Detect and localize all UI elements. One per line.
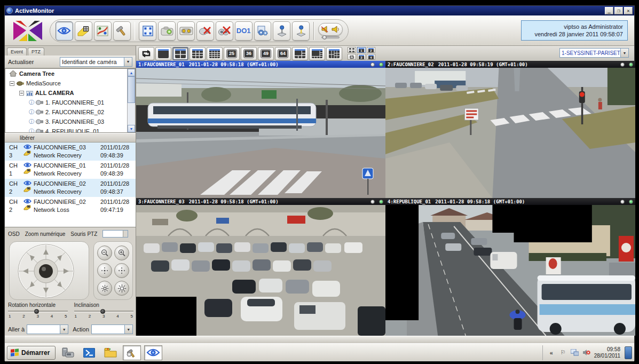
tab-ptz[interactable]: PTZ: [28, 48, 44, 56]
event-row[interactable]: CH3 FAUCONNIERE_03Network Recovery 2011/…: [5, 143, 136, 161]
release-button[interactable]: libérer: [5, 133, 136, 143]
camera-cell-1[interactable]: 1:FAUCONNIERE_01 2011-01-28 09:58:18 (GM…: [136, 61, 385, 198]
configuration-button[interactable]: [254, 21, 272, 41]
mouse-ptz-input[interactable]: [102, 230, 128, 238]
tray-clock[interactable]: 09:58 28/01/2011: [594, 346, 621, 359]
tree-allcamera[interactable]: ALL CAMERA: [5, 88, 135, 98]
scroll-up-icon[interactable]: ▲: [128, 69, 135, 76]
binocular-disconnect-button[interactable]: [216, 21, 233, 41]
taskbar-folder-icon[interactable]: [101, 345, 120, 360]
camera-3-video[interactable]: [136, 205, 385, 336]
iris-open-button[interactable]: [114, 281, 129, 296]
layout-8-button[interactable]: [309, 47, 325, 60]
taskbar-activemonitor-icon[interactable]: [144, 345, 162, 360]
tray-mute-icon[interactable]: [582, 349, 591, 357]
camera-1-titlebar[interactable]: 1:FAUCONNIERE_01 2011-01-28 09:58:18 (GM…: [136, 61, 385, 68]
page-3-button[interactable]: 3: [357, 54, 366, 60]
camera-2-titlebar[interactable]: 2:FAUCONNIERE_02 2011-01-28 09:58:19 (GM…: [385, 61, 635, 68]
camera-1-video[interactable]: [136, 68, 385, 198]
layout-6-button[interactable]: [292, 47, 308, 60]
focus-far-button[interactable]: [114, 263, 129, 278]
zoom-in-button[interactable]: [114, 246, 129, 260]
digital-zoom-button[interactable]: Zoom numérique: [25, 231, 66, 237]
layout-49-button[interactable]: 49: [258, 47, 274, 60]
event-row[interactable]: CH2 FAUCONNIERE_02Network Loss 2011/01/2…: [5, 197, 136, 215]
layout-25-button[interactable]: 25: [224, 47, 240, 60]
spinner-icon[interactable]: [123, 231, 128, 237]
minimize-button[interactable]: _: [605, 7, 613, 14]
tree-camera-4[interactable]: ⓘ 4. REPUBLIQUE_01: [5, 126, 135, 133]
setup-button[interactable]: [113, 21, 131, 41]
action-combo[interactable]: ▼: [91, 325, 133, 334]
layout-10-button[interactable]: [326, 47, 342, 60]
joystick-alt-button[interactable]: [292, 21, 310, 41]
chevron-down-icon[interactable]: ▼: [60, 325, 68, 334]
layout-16-button[interactable]: [207, 47, 223, 60]
taskbar-powershell-icon[interactable]: [80, 345, 98, 360]
ptz-center-knob[interactable]: [39, 264, 53, 278]
pan-slider[interactable]: [8, 309, 68, 313]
focus-near-button[interactable]: [97, 263, 112, 278]
fullscreen-button[interactable]: [139, 21, 156, 41]
tray-network-icon[interactable]: [571, 349, 579, 357]
zoom-out-button[interactable]: [97, 246, 112, 260]
camera-filter-combo[interactable]: Identifiant de caméra ▼: [60, 57, 132, 67]
event-row[interactable]: CH2 FAUCONNIERE_02Network Recovery 2011/…: [5, 179, 136, 197]
camera-cell-2[interactable]: 2:FAUCONNIERE_02 2011-01-28 09:58:19 (GM…: [385, 61, 635, 198]
show-desktop-button[interactable]: [625, 346, 632, 359]
start-button[interactable]: Démarrer: [7, 346, 56, 360]
taskbar-tools-icon[interactable]: [123, 345, 141, 360]
page-cycle-button[interactable]: [348, 54, 356, 60]
tilt-slider-thumb[interactable]: [100, 309, 105, 314]
camera-2-video[interactable]: [385, 68, 635, 198]
digital-output-button[interactable]: DO1: [235, 21, 253, 41]
eye-icon[interactable]: [23, 144, 31, 149]
volume-slider[interactable]: [321, 36, 340, 38]
tab-event[interactable]: Event: [7, 48, 27, 56]
eye-icon[interactable]: [23, 199, 31, 204]
chevron-down-icon[interactable]: ▼: [124, 325, 132, 334]
window-titlebar[interactable]: ActiveMonitor _ ❐ ✕: [5, 6, 634, 15]
camera-4-video[interactable]: [385, 205, 635, 336]
tree-root[interactable]: Camera Tree: [5, 69, 135, 78]
page-4-button[interactable]: 4: [367, 54, 375, 60]
audio-button[interactable]: [318, 23, 343, 36]
refresh-button[interactable]: Actualiser: [8, 59, 60, 65]
collapse-icon-2[interactable]: [19, 91, 24, 96]
pan-slider-thumb[interactable]: [34, 309, 39, 314]
scrollbar-thumb[interactable]: [128, 76, 135, 103]
joystick-button[interactable]: [273, 21, 290, 41]
goto-combo[interactable]: ▼: [27, 325, 68, 334]
tree-mediasource[interactable]: MediaSource: [5, 78, 135, 88]
page-2-button[interactable]: 2: [367, 47, 375, 53]
tree-camera-1[interactable]: ⓘ 1. FAUCONNIERE_01: [5, 98, 135, 107]
tree-scrollbar[interactable]: ▲ ▼: [127, 69, 135, 132]
taskbar-computer-icon[interactable]: [59, 345, 77, 360]
scroll-down-icon[interactable]: ▼: [128, 125, 135, 132]
layout-64-button[interactable]: 64: [275, 47, 291, 60]
event-playback-button[interactable]: [75, 21, 92, 41]
record-button[interactable]: [177, 21, 195, 41]
page-grid-button[interactable]: [348, 47, 356, 53]
iris-close-button[interactable]: [97, 281, 112, 296]
camera-cell-3[interactable]: 3:FAUCONNIERE_03 2011-01-28 09:58:18 (GM…: [136, 198, 385, 336]
osd-button[interactable]: OSD: [8, 231, 20, 237]
close-button[interactable]: ✕: [624, 7, 633, 14]
eye-icon[interactable]: [23, 180, 31, 186]
eye-icon[interactable]: [23, 162, 31, 168]
tray-expand-icon[interactable]: «: [547, 349, 556, 357]
tree-camera-2[interactable]: ⓘ 2. FAUCONNIERE_02: [5, 107, 135, 117]
camera-4-titlebar[interactable]: 4:REPUBLIQUE_01 2011-01-28 09:58:18 (GMT…: [385, 198, 635, 205]
cycle-views-button[interactable]: [138, 47, 154, 60]
site-selector[interactable]: 1-SEYSSINET-PARISET▼: [559, 48, 629, 58]
volume-slider-knob[interactable]: [322, 35, 327, 39]
event-row[interactable]: CH1 FAUCONNIERE_01Network Recovery 2011/…: [5, 161, 136, 179]
map-view-button[interactable]: [94, 21, 112, 41]
live-view-button[interactable]: [56, 21, 73, 41]
layout-9-button[interactable]: [190, 47, 206, 60]
layout-1-button[interactable]: [155, 47, 171, 60]
camera-3-titlebar[interactable]: 3:FAUCONNIERE_03 2011-01-28 09:58:18 (GM…: [136, 198, 385, 205]
camera-disconnect-button[interactable]: [196, 21, 214, 41]
chevron-down-icon[interactable]: ▼: [124, 58, 132, 66]
restore-button[interactable]: ❐: [614, 7, 623, 14]
